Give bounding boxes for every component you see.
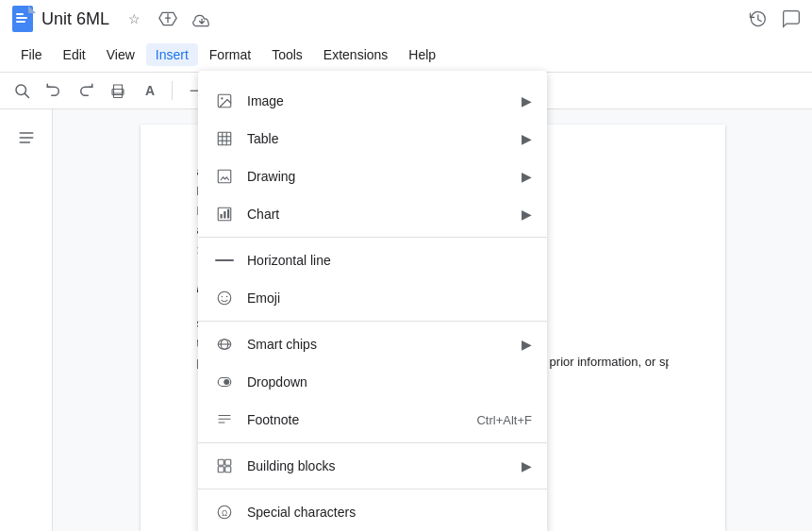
horizontal-line-label: Horizontal line	[247, 253, 532, 268]
chart-icon	[213, 203, 236, 225]
footnote-label: Footnote	[247, 412, 476, 427]
dropdown-menu-container: Image ▶ Table ▶ Drawing ▶	[198, 71, 547, 531]
chart-arrow: ▶	[522, 207, 532, 222]
menu-building-blocks-item[interactable]: Building blocks ▶	[198, 447, 547, 485]
footnote-shortcut: Ctrl+Alt+F	[476, 413, 532, 427]
menu-format[interactable]: Format	[200, 43, 260, 66]
horizontal-line-icon	[213, 249, 236, 272]
table-label: Table	[247, 131, 522, 146]
svg-point-10	[123, 91, 124, 93]
right-icons	[744, 6, 804, 32]
emoji-label: Emoji	[247, 290, 532, 306]
svg-rect-16	[218, 132, 231, 145]
star-icon[interactable]: ☆	[121, 6, 147, 32]
svg-text:Ω: Ω	[222, 509, 227, 518]
svg-point-33	[224, 379, 229, 385]
svg-rect-40	[225, 467, 231, 473]
svg-rect-39	[218, 467, 224, 473]
drawing-label: Drawing	[247, 169, 522, 184]
menu-emoji-item[interactable]: Emoji	[198, 279, 547, 317]
table-icon	[213, 127, 236, 150]
doc-icon	[8, 4, 38, 34]
svg-rect-37	[218, 459, 224, 465]
image-arrow: ▶	[522, 93, 532, 108]
table-arrow: ▶	[522, 131, 532, 146]
paint-format-button[interactable]: A	[136, 76, 164, 105]
svg-rect-38	[225, 459, 231, 465]
building-blocks-icon	[213, 455, 236, 477]
menu-dropdown-item[interactable]: Dropdown	[198, 363, 547, 401]
menu-image-item[interactable]: Image ▶	[198, 82, 547, 120]
emoji-icon	[213, 287, 236, 309]
menu-section-special: Ω Special characters	[198, 490, 547, 531]
sidebar	[0, 109, 53, 531]
print-button[interactable]	[104, 76, 132, 105]
image-icon	[213, 90, 236, 112]
svg-line-7	[25, 93, 28, 97]
svg-rect-3	[16, 21, 25, 23]
svg-point-26	[218, 291, 231, 305]
cloud-icon[interactable]	[189, 6, 215, 32]
svg-rect-1	[16, 13, 24, 15]
menu-special-characters-item[interactable]: Ω Special characters	[198, 493, 547, 531]
redo-button[interactable]	[72, 76, 100, 105]
svg-rect-23	[221, 214, 223, 219]
menu-section-misc: Horizontal line Emoji	[198, 238, 547, 322]
footnote-icon	[213, 408, 236, 431]
special-characters-label: Special characters	[247, 505, 532, 520]
svg-rect-21	[218, 170, 231, 183]
smart-chips-arrow: ▶	[522, 337, 532, 352]
svg-rect-25	[227, 209, 229, 219]
outline-button[interactable]	[9, 121, 43, 155]
menu-section-media: Image ▶ Table ▶ Drawing ▶	[198, 78, 547, 238]
menu-bar: File Edit View Insert Format Tools Exten…	[0, 38, 812, 72]
undo-button[interactable]	[40, 76, 68, 105]
svg-point-28	[226, 296, 228, 298]
menu-extensions[interactable]: Extensions	[314, 43, 397, 66]
special-characters-icon: Ω	[213, 501, 236, 523]
smart-chips-label: Smart chips	[247, 337, 522, 352]
svg-point-27	[222, 296, 224, 298]
menu-view[interactable]: View	[97, 43, 144, 66]
menu-footnote-item[interactable]: Footnote Ctrl+Alt+F	[198, 401, 547, 439]
dropdown-label: Dropdown	[247, 374, 532, 390]
svg-rect-8	[114, 93, 123, 98]
smart-chips-icon	[213, 333, 236, 356]
menu-tools[interactable]: Tools	[262, 43, 312, 66]
chart-label: Chart	[247, 207, 522, 222]
menu-horizontal-line-item[interactable]: Horizontal line	[198, 241, 547, 279]
search-button[interactable]	[8, 76, 36, 105]
svg-rect-2	[16, 17, 27, 19]
svg-rect-24	[224, 211, 225, 219]
building-blocks-arrow: ▶	[522, 458, 532, 473]
image-label: Image	[247, 93, 522, 108]
menu-section-building: Building blocks ▶	[198, 443, 547, 490]
history-icon[interactable]	[744, 6, 771, 32]
menu-smart-chips-item[interactable]: Smart chips ▶	[198, 325, 547, 363]
comment-icon[interactable]	[778, 6, 804, 32]
menu-table-item[interactable]: Table ▶	[198, 120, 547, 158]
svg-point-15	[221, 97, 223, 99]
menu-chart-item[interactable]: Chart ▶	[198, 195, 547, 233]
menu-help[interactable]: Help	[399, 43, 445, 66]
menu-drawing-item[interactable]: Drawing ▶	[198, 158, 547, 195]
menu-section-chips: Smart chips ▶ Dropdown Footnote Ctrl+Alt…	[198, 322, 547, 443]
top-bar-icons: ☆	[121, 6, 215, 32]
menu-file[interactable]: File	[11, 43, 52, 66]
save-to-drive-icon[interactable]	[155, 6, 181, 32]
drawing-arrow: ▶	[522, 169, 532, 184]
dropdown-icon	[213, 371, 236, 393]
doc-title: Unit 6ML	[41, 9, 109, 29]
drawing-icon	[213, 165, 236, 188]
menu-edit[interactable]: Edit	[54, 43, 95, 66]
top-bar: Unit 6ML ☆	[0, 0, 812, 38]
building-blocks-label: Building blocks	[247, 458, 522, 473]
menu-insert[interactable]: Insert	[146, 43, 198, 66]
insert-dropdown-menu: Image ▶ Table ▶ Drawing ▶	[198, 71, 547, 531]
